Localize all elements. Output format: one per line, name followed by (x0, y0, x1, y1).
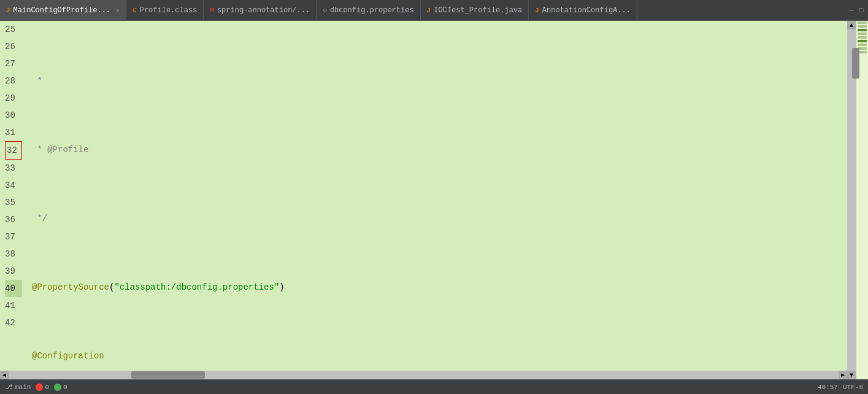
line-num-25: 25 (5, 21, 22, 38)
line-num-41: 41 (5, 297, 22, 314)
status-branch[interactable]: ⎇ main (5, 383, 31, 391)
tab-annotation-config[interactable]: J AnnotationConfigA... (529, 0, 637, 21)
minimize-button[interactable]: ─ (847, 6, 856, 15)
branch-icon: ⎇ (5, 383, 13, 391)
line-num-26: 26 (5, 38, 22, 55)
line-numbers: 25 26 27 28 29 30 31 32 33 34 35 36 37 3… (0, 21, 27, 371)
tab-label: spring-annotation/... (217, 6, 310, 15)
tab-dbconfig[interactable]: ⚙ dbconfig.properties (317, 0, 420, 21)
code-area[interactable]: 25 26 27 28 29 30 31 32 33 34 35 36 37 3… (0, 21, 847, 371)
status-bar: ⎇ main 0 0 40:57 UTF-8 (0, 379, 868, 394)
line-num-37: 37 (5, 228, 22, 245)
java-file-icon-2: J (427, 7, 431, 14)
line-num-36: 36 (5, 211, 22, 228)
tab-label: Profile.class (140, 6, 198, 15)
code-lines[interactable]: * * @Profile */ @PropertySource("classpa… (27, 21, 847, 371)
tab-spring-annotation[interactable]: M spring-annotation/... (204, 0, 317, 21)
code-line-28: @PropertySource("classpath:/dbconfig.pro… (32, 279, 847, 296)
editor-pane: 25 26 27 28 29 30 31 32 33 34 35 36 37 3… (0, 21, 847, 379)
scroll-left-button[interactable]: ◀ (0, 371, 9, 379)
line-num-32: 32 (5, 141, 22, 160)
scroll-down-button[interactable]: ▼ (847, 371, 856, 379)
main-area: 25 26 27 28 29 30 31 32 33 34 35 36 37 3… (0, 21, 868, 379)
warning-count: 0 (63, 384, 67, 391)
tab-ioctest[interactable]: J IOCTest_Profile.java (421, 0, 529, 21)
code-line-26: * @Profile (32, 141, 847, 158)
line-num-39: 39 (5, 263, 22, 280)
status-encoding: UTF-8 (843, 384, 863, 391)
encoding-label: UTF-8 (843, 384, 863, 391)
tab-profile-class[interactable]: C Profile.class (126, 0, 204, 21)
scrollbar-thumb[interactable] (131, 371, 205, 379)
tab-label: dbconfig.properties (330, 6, 414, 15)
window-controls: ─ □ (847, 6, 868, 15)
code-line-25: * (32, 72, 847, 90)
java-file-icon: J (6, 7, 10, 14)
line-num-27: 27 (5, 55, 22, 72)
java-file-icon-3: J (535, 7, 539, 14)
line-num-31: 31 (5, 124, 22, 141)
tab-main-config[interactable]: J MainConfigOfProfile... ✕ (0, 0, 126, 21)
scrollbar-track[interactable] (9, 371, 839, 379)
line-num-29: 29 (5, 90, 22, 107)
status-errors[interactable]: 0 (36, 384, 49, 391)
scroll-right-button[interactable]: ▶ (839, 371, 847, 379)
status-warnings[interactable]: 0 (54, 384, 67, 391)
error-icon (36, 384, 43, 391)
code-line-27: */ (32, 210, 847, 227)
line-num-30: 30 (5, 107, 22, 124)
tab-label: AnnotationConfigA... (542, 6, 631, 15)
maven-icon: M (210, 7, 214, 14)
line-num-28: 28 (5, 72, 22, 90)
line-num-38: 38 (5, 245, 22, 263)
line-col-label: 40:57 (818, 384, 838, 391)
status-line-col: 40:57 (818, 384, 838, 391)
line-num-33: 33 (5, 160, 22, 177)
vscroll-thumb[interactable] (852, 48, 859, 79)
scroll-up-button[interactable]: ▲ (847, 21, 856, 29)
tab-close-icon[interactable]: ✕ (116, 7, 120, 14)
warning-icon (54, 384, 61, 391)
props-file-icon: ⚙ (323, 6, 327, 14)
tab-label: IOCTest_Profile.java (434, 6, 522, 15)
class-file-icon: C (133, 7, 137, 14)
code-line-29: @Configuration (32, 347, 847, 365)
maximize-button[interactable]: □ (857, 6, 866, 15)
line-num-42: 42 (5, 314, 22, 331)
tab-label: MainConfigOfProfile... (13, 6, 110, 15)
line-num-40: 40 (5, 280, 22, 297)
line-num-34: 34 (5, 177, 22, 194)
vertical-scrollbar[interactable]: ▲ ▼ (847, 21, 856, 379)
horizontal-scrollbar[interactable]: ◀ ▶ (0, 371, 847, 379)
error-count: 0 (45, 384, 49, 391)
tab-bar: J MainConfigOfProfile... ✕ C Profile.cla… (0, 0, 868, 21)
line-num-35: 35 (5, 194, 22, 211)
